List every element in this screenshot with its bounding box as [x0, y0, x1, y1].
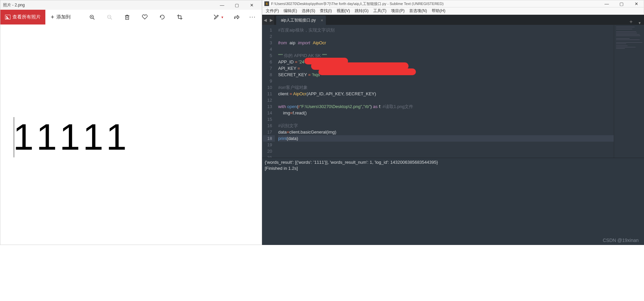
share-icon[interactable]	[233, 14, 240, 20]
sublime-title: F:\Users\30270\Desktop\python学习\The fort…	[271, 1, 443, 6]
menu-preferences[interactable]: 首选项(N)	[409, 8, 427, 14]
tab-dropdown-icon[interactable]: ▼	[635, 21, 644, 25]
menu-help[interactable]: 帮助(H)	[432, 8, 445, 14]
build-output-panel[interactable]: {'words_result': [{'words': '1111'}], 'w…	[262, 158, 644, 245]
redaction-mark	[318, 68, 416, 75]
view-all-photos-button[interactable]: 查看所有照片	[0, 10, 45, 24]
view-all-label: 查看所有照片	[12, 14, 41, 20]
tab-label: aip人工智能接口.py	[281, 17, 316, 23]
menu-tools[interactable]: 工具(T)	[373, 8, 386, 14]
svg-line-16	[214, 15, 216, 16]
tab-file[interactable]: aip人工智能接口.py ×	[276, 15, 326, 25]
tab-nav-prev-icon[interactable]: ◀	[262, 15, 268, 25]
photos-titlebar[interactable]: 照片 - 2.png — ▢ ✕	[0, 0, 262, 10]
photos-toolbar: 查看所有照片 + 添加到 ▾ ···	[0, 10, 262, 24]
code-area[interactable]: #百度aip模块，实现文字识别 from aip import AipOcr "…	[275, 25, 614, 158]
svg-line-1	[93, 18, 94, 19]
favorite-icon[interactable]	[142, 14, 148, 20]
sublime-text-window: S F:\Users\30270\Desktop\python学习\The fo…	[262, 0, 644, 245]
menu-goto[interactable]: 跳转(G)	[355, 8, 369, 14]
output-line: [Finished in 1.2s]	[265, 166, 298, 171]
rotate-icon[interactable]	[159, 14, 165, 20]
sublime-titlebar[interactable]: S F:\Users\30270\Desktop\python学习\The fo…	[262, 0, 644, 7]
watermark: CSDN @19xinan	[603, 238, 639, 243]
sublime-icon: S	[264, 1, 269, 6]
line-gutter: 123456789101112131415161718192021	[262, 25, 275, 158]
add-to-label: 添加到	[56, 14, 71, 20]
chevron-down-icon[interactable]: ▾	[221, 15, 223, 19]
zoom-out-icon[interactable]	[107, 14, 113, 20]
menu-file[interactable]: 文件(F)	[266, 8, 279, 14]
more-icon[interactable]: ···	[250, 14, 256, 20]
menu-selection[interactable]: 选择(S)	[302, 8, 315, 14]
menu-find[interactable]: 查找(I)	[320, 8, 332, 14]
svg-line-5	[111, 18, 112, 19]
redaction-mark	[342, 66, 362, 74]
image-icon	[5, 15, 10, 19]
add-to-button[interactable]: + 添加到	[45, 14, 76, 21]
plus-icon: +	[51, 14, 54, 21]
photos-app-window: 照片 - 2.png — ▢ ✕ 查看所有照片 + 添加到 ▾ ···	[0, 0, 262, 245]
delete-icon[interactable]	[124, 14, 130, 20]
sublime-menubar: 文件(F) 编辑(E) 选择(S) 查找(I) 视图(V) 跳转(G) 工具(T…	[262, 7, 644, 15]
close-button[interactable]: ✕	[244, 0, 259, 10]
zoom-in-icon[interactable]	[89, 14, 95, 20]
minimap[interactable]	[614, 25, 644, 158]
output-line: {'words_result': [{'words': '1111'}], 'w…	[265, 160, 438, 165]
sublime-tabbar: ◀ ▶ aip人工智能接口.py × + ▼	[262, 15, 644, 25]
crop-icon[interactable]	[177, 14, 183, 20]
menu-project[interactable]: 项目(P)	[391, 8, 404, 14]
menu-view[interactable]: 视图(V)	[337, 8, 350, 14]
menu-edit[interactable]: 编辑(E)	[284, 8, 297, 14]
maximize-button[interactable]: ▢	[229, 0, 244, 10]
minimize-button[interactable]: —	[215, 0, 229, 10]
close-tab-icon[interactable]: ×	[320, 18, 323, 23]
tab-nav-next-icon[interactable]: ▶	[268, 15, 274, 25]
image-content-text: 11111	[13, 118, 129, 155]
code-editor[interactable]: 123456789101112131415161718192021 #百度aip…	[262, 25, 644, 158]
new-tab-button[interactable]: +	[627, 19, 635, 25]
photos-canvas[interactable]: 11111	[0, 24, 262, 245]
svg-rect-7	[126, 16, 129, 19]
edit-icon[interactable]	[213, 14, 219, 20]
photos-title: 照片 - 2.png	[3, 2, 25, 8]
